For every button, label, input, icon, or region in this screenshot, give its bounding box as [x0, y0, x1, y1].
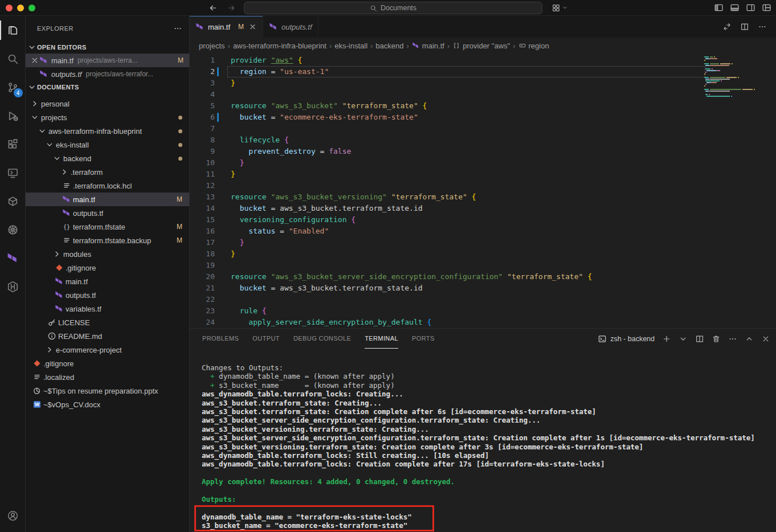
tab-outputs-tf[interactable]: outputs.tf: [263, 16, 318, 38]
tree-item[interactable]: LICENSE: [26, 316, 189, 329]
breadcrumb-item[interactable]: aws-terraform-infra-blueprint: [233, 42, 326, 50]
code-line[interactable]: 14 bucket = aws_s3_bucket.terraform_stat…: [190, 203, 776, 214]
tree-item[interactable]: eks-install: [26, 138, 189, 152]
maximize-panel-icon[interactable]: [745, 334, 754, 343]
tree-item[interactable]: aws-terraform-infra-blueprint: [26, 124, 189, 138]
code-line[interactable]: 15 versioning_configuration {: [190, 214, 776, 226]
open-editor-item[interactable]: outputs.tfprojects/aws-terrafor...: [26, 67, 189, 81]
panel-tab-output[interactable]: OUTPUT: [252, 329, 280, 349]
code-line[interactable]: 8 lifecycle {: [190, 134, 776, 146]
launch-profile-icon[interactable]: [679, 334, 688, 343]
activity-bar-kubernetes[interactable]: [0, 215, 26, 244]
code-line[interactable]: 2 region = "us-east-1": [190, 66, 776, 77]
close-icon[interactable]: [30, 56, 39, 65]
split-editor-icon[interactable]: [740, 22, 749, 31]
tree-item[interactable]: variables.tf: [26, 302, 189, 316]
activity-bar-remote-explorer[interactable]: [0, 158, 26, 187]
open-editor-item[interactable]: main.tfprojects/aws-terra...M: [26, 54, 189, 67]
activity-bar-run-and-debug[interactable]: [0, 101, 26, 130]
activity-bar-accounts[interactable]: [0, 501, 26, 530]
tree-item[interactable]: modules: [26, 247, 189, 261]
tree-item[interactable]: outputs.tf: [26, 288, 189, 302]
breadcrumb-item[interactable]: main.tf: [412, 42, 444, 50]
code-editor[interactable]: 1provider "aws" {2 region = "us-east-1"3…: [190, 54, 776, 328]
new-terminal-icon[interactable]: [662, 334, 671, 343]
zoom-button[interactable]: [28, 5, 35, 11]
code-line[interactable]: 23 rule {: [190, 305, 776, 317]
code-line[interactable]: 10 }: [190, 157, 776, 169]
activity-bar-hashicorp[interactable]: [0, 272, 26, 301]
section-header-documents[interactable]: DOCUMENTS: [26, 81, 189, 93]
tab-main-tf[interactable]: main.tfM: [190, 16, 263, 38]
more-actions-icon[interactable]: [758, 22, 767, 31]
toggle-primary-sidebar-icon[interactable]: [714, 3, 724, 13]
code-line[interactable]: 1provider "aws" {: [190, 55, 776, 66]
code-line[interactable]: 7: [190, 123, 776, 134]
activity-bar-terraform[interactable]: [0, 244, 26, 272]
code-line[interactable]: 6 bucket = "ecommerce-eks-terraform-stat…: [190, 112, 776, 123]
profile-menu[interactable]: [552, 3, 568, 13]
toggle-panel-icon[interactable]: [730, 3, 740, 13]
more-actions-icon[interactable]: [728, 334, 737, 343]
breadcrumb-item[interactable]: provider "aws": [452, 42, 510, 50]
back-icon[interactable]: [209, 3, 218, 13]
code-line[interactable]: 11}: [190, 169, 776, 180]
breadcrumb-item[interactable]: eks-install: [334, 42, 367, 50]
code-line[interactable]: 13resource "aws_s3_bucket_versioning" "t…: [190, 191, 776, 203]
activity-bar-source-control[interactable]: 4: [0, 73, 26, 101]
terminal-output[interactable]: Changes to Outputs: + dynamodb_table_nam…: [190, 349, 776, 532]
code-line[interactable]: 3}: [190, 77, 776, 89]
open-changes-icon[interactable]: [722, 22, 732, 31]
panel-tab-ports[interactable]: PORTS: [412, 329, 435, 349]
breadcrumb-item[interactable]: projects: [199, 42, 225, 50]
tree-item[interactable]: personal: [26, 97, 189, 111]
tree-item[interactable]: .gitignore: [26, 261, 189, 275]
panel-tab-debug-console[interactable]: DEBUG CONSOLE: [293, 329, 351, 349]
tree-item[interactable]: terraform.tfstate.backupM: [26, 234, 189, 247]
close-panel-icon[interactable]: [761, 334, 770, 343]
tree-item[interactable]: README.md: [26, 329, 189, 343]
code-line[interactable]: 12: [190, 180, 776, 191]
tree-item[interactable]: projects: [26, 111, 189, 124]
section-header-open-editors[interactable]: OPEN EDITORS: [26, 41, 189, 54]
close-icon[interactable]: [248, 22, 257, 31]
kill-terminal-icon[interactable]: [712, 334, 721, 343]
activity-bar-search[interactable]: [0, 44, 26, 73]
terminal-instance-selector[interactable]: zsh - backend: [598, 334, 655, 343]
tree-item[interactable]: main.tf: [26, 275, 189, 288]
customize-layout-icon[interactable]: [762, 3, 771, 13]
minimize-button[interactable]: [17, 5, 24, 11]
tree-item[interactable]: .localized: [26, 370, 189, 384]
code-line[interactable]: 17 }: [190, 237, 776, 248]
code-line[interactable]: 5resource "aws_s3_bucket" "terraform_sta…: [190, 100, 776, 112]
tree-item[interactable]: {}terraform.tfstateM: [26, 220, 189, 234]
activity-bar-containers[interactable]: [0, 187, 26, 215]
split-terminal-icon[interactable]: [695, 334, 704, 343]
code-line[interactable]: 19: [190, 260, 776, 271]
tree-item[interactable]: .terraform: [26, 165, 189, 179]
breadcrumb-item[interactable]: backend: [375, 42, 403, 50]
breadcrumb-item[interactable]: region: [518, 42, 549, 50]
close-button[interactable]: [6, 5, 13, 11]
more-actions-icon[interactable]: [173, 24, 182, 33]
tree-item[interactable]: backend: [26, 152, 189, 165]
tree-item[interactable]: main.tfM: [26, 193, 189, 206]
activity-bar-extensions[interactable]: [0, 130, 26, 158]
toggle-secondary-sidebar-icon[interactable]: [746, 3, 755, 13]
code-line[interactable]: 24 apply_server_side_encryption_by_defau…: [190, 317, 776, 328]
command-center-search[interactable]: Documents: [244, 2, 542, 14]
code-line[interactable]: 9 prevent_destroy = false: [190, 146, 776, 157]
code-line[interactable]: 20resource "aws_s3_bucket_server_side_en…: [190, 271, 776, 283]
activity-bar-explorer[interactable]: [0, 16, 26, 44]
code-line[interactable]: 18}: [190, 248, 776, 260]
tree-item[interactable]: .gitignore: [26, 357, 189, 370]
tree-item[interactable]: W~$vOps_CV.docx: [26, 398, 189, 411]
code-line[interactable]: 21 bucket = aws_s3_bucket.terraform_stat…: [190, 283, 776, 294]
code-line[interactable]: 4: [190, 89, 776, 100]
tree-item[interactable]: .terraform.lock.hcl: [26, 179, 189, 193]
tree-item[interactable]: ~$Tips on resume preparation.pptx: [26, 384, 189, 398]
panel-tab-terminal[interactable]: TERMINAL: [365, 329, 398, 349]
code-line[interactable]: 22: [190, 294, 776, 305]
code-line[interactable]: 16 status = "Enabled": [190, 226, 776, 237]
forward-icon[interactable]: [227, 3, 236, 13]
